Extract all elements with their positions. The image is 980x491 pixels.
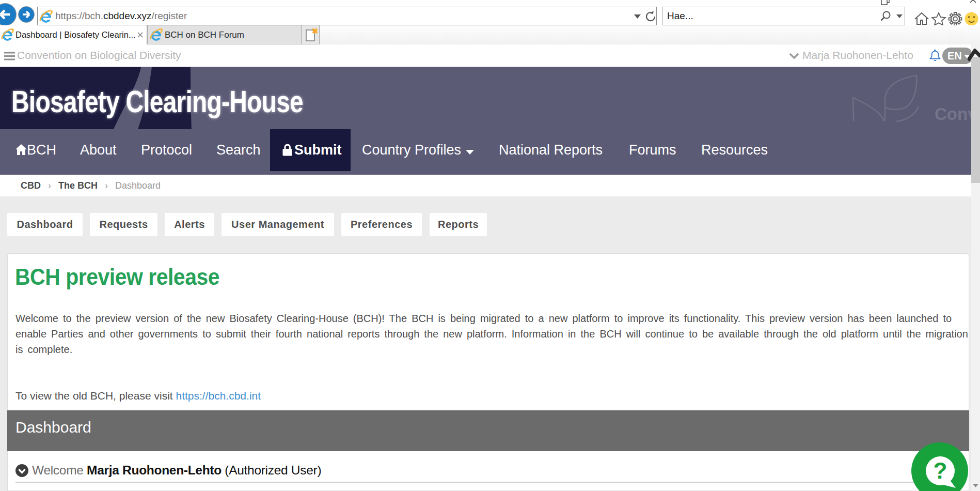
svg-text:?: ?	[934, 458, 947, 483]
